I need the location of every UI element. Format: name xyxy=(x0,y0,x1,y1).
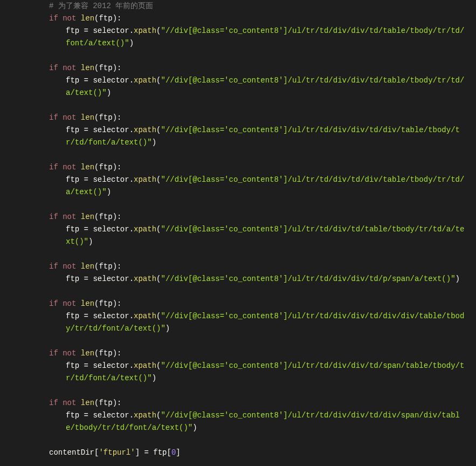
code-line: if not len(ftp): xyxy=(0,298,476,310)
blank-line xyxy=(0,50,476,62)
blank-line xyxy=(0,434,476,447)
dot: . xyxy=(129,26,134,35)
function-len: len xyxy=(81,64,94,72)
keyword-if: if xyxy=(49,64,58,72)
keyword-if: if xyxy=(49,14,58,23)
code-line: ftp = selector.xpath("//div[@class='co_c… xyxy=(0,273,476,285)
blank-line xyxy=(0,385,476,397)
code-line: if not len(ftp): xyxy=(0,347,476,360)
keyword-not: not xyxy=(63,14,76,23)
code-line: ftp = selector.xpath("//div[@class='co_c… xyxy=(0,74,476,99)
blank-line xyxy=(0,285,476,298)
paren-close: ) xyxy=(129,39,134,47)
code-line: if not len(ftp): xyxy=(0,211,476,223)
blank-line xyxy=(0,149,476,161)
code-line: ftp = selector.xpath("//div[@class='co_c… xyxy=(0,360,476,385)
code-line: ftp = selector.xpath("//div[@class='co_c… xyxy=(0,409,476,434)
identifier: ftp xyxy=(99,14,112,23)
paren-close: ) xyxy=(113,14,117,23)
assign: = xyxy=(79,26,93,35)
code-line: if not len(ftp): xyxy=(0,261,476,273)
blank-line xyxy=(0,335,476,347)
identifier: contentDir xyxy=(49,448,94,457)
code-line: ftp = selector.xpath("//div[@class='co_c… xyxy=(0,174,476,198)
code-line: ftp = selector.xpath("//div[@class='co_c… xyxy=(0,310,476,335)
code-line: if not len(ftp): xyxy=(0,397,476,409)
code-line: ftp = selector.xpath("//div[@class='co_c… xyxy=(0,223,476,248)
keyword-not: not xyxy=(63,64,76,72)
blank-line xyxy=(0,198,476,211)
code-line: if not len(ftp): xyxy=(0,62,476,74)
bracket-open: [ xyxy=(167,448,171,457)
colon: : xyxy=(117,14,121,23)
function-xpath: xpath xyxy=(134,26,156,35)
code-line: if not len(ftp): xyxy=(0,12,476,25)
blank-line xyxy=(0,248,476,261)
identifier: ftp xyxy=(153,448,167,457)
identifier: ftp xyxy=(66,26,79,35)
bracket-close: ] xyxy=(176,448,180,457)
blank-line xyxy=(0,99,476,112)
code-line: ftp = selector.xpath("//div[@class='co_c… xyxy=(0,124,476,149)
code-line: if not len(ftp): xyxy=(0,112,476,124)
code-line: # 为了兼容 2012 年前的页面 xyxy=(0,0,476,12)
bracket-close: ] xyxy=(135,448,140,457)
code-line: if not len(ftp): xyxy=(0,161,476,174)
function-len: len xyxy=(81,14,94,23)
code-editor[interactable]: # 为了兼容 2012 年前的页面 if not len(ftp): ftp =… xyxy=(0,0,476,459)
code-line: ftp = selector.xpath("//div[@class='co_c… xyxy=(0,25,476,50)
string-key: 'ftpurl' xyxy=(99,448,135,457)
string-literal: "//div[@class='co_content8']/ul/tr/td/di… xyxy=(161,275,455,283)
identifier: selector xyxy=(93,26,129,35)
code-line: contentDir['ftpurl'] = ftp[0] xyxy=(0,447,476,459)
assign: = xyxy=(140,448,153,457)
comment: # 为了兼容 2012 年前的页面 xyxy=(49,2,153,10)
